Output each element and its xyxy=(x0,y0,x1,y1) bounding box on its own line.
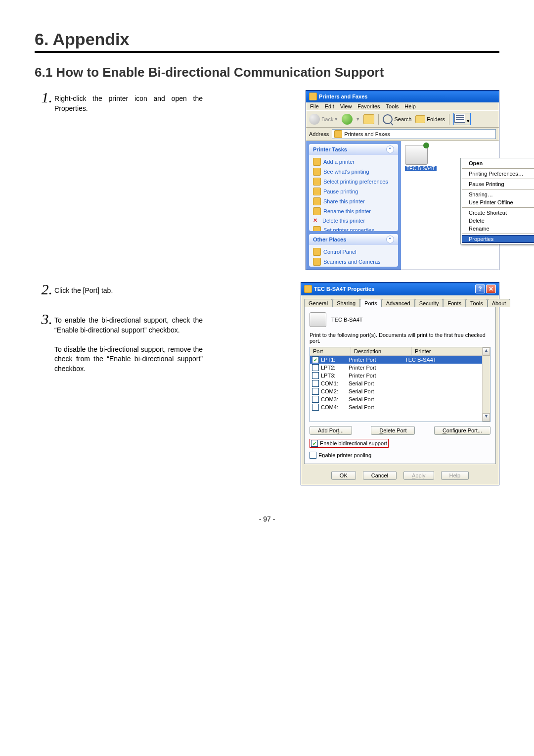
menu-file[interactable]: File xyxy=(310,103,319,109)
props-icon xyxy=(313,226,321,231)
tab-ports[interactable]: Ports xyxy=(360,299,382,307)
close-button[interactable]: ✕ xyxy=(486,284,496,293)
port-row[interactable]: ✔LPT1:Printer PortTEC B-SA4T xyxy=(310,356,490,364)
printer-item-label: TEC B-SA4T xyxy=(405,166,437,171)
scroll-up-icon[interactable]: ▲ xyxy=(483,347,490,356)
menu-edit[interactable]: Edit xyxy=(325,103,334,109)
up-icon[interactable] xyxy=(363,114,374,124)
port-checkbox[interactable] xyxy=(312,404,319,411)
port-checkbox[interactable] xyxy=(312,388,319,395)
port-row[interactable]: LPT3:Printer Port xyxy=(310,372,490,379)
configure-port-button[interactable]: Configure Port... xyxy=(434,426,490,435)
task-preferences[interactable]: Select printing preferences xyxy=(313,177,394,187)
control-panel-icon xyxy=(313,248,321,256)
ctx-shortcut[interactable]: Create Shortcut xyxy=(462,209,534,217)
ctx-pause[interactable]: Pause Printing xyxy=(462,180,534,188)
step-3-text: To enable the bi-directional support, ch… xyxy=(54,312,203,374)
port-description: Serial Port xyxy=(349,404,403,410)
context-menu: Open Printing Preferences… Pause Printin… xyxy=(460,158,534,244)
port-description: Printer Port xyxy=(349,373,403,378)
step-3-number: 3. xyxy=(35,312,54,327)
collapse-icon[interactable]: ⌃ xyxy=(386,236,394,243)
ok-button[interactable]: OK xyxy=(331,471,356,480)
scroll-down-icon[interactable]: ▼ xyxy=(483,413,490,422)
tab-body: TEC B-SA4T Print to the following port(s… xyxy=(304,307,496,464)
menu-tools[interactable]: Tools xyxy=(386,103,399,109)
scrollbar[interactable]: ▲ ▼ xyxy=(482,347,490,422)
port-row[interactable]: COM3:Serial Port xyxy=(310,395,490,403)
tab-tools[interactable]: Tools xyxy=(466,299,488,307)
printer-icon xyxy=(405,145,428,165)
port-name: COM3: xyxy=(321,396,347,402)
ctx-preferences[interactable]: Printing Preferences… xyxy=(462,170,534,178)
printer-item[interactable]: TEC B-SA4T xyxy=(405,145,437,171)
task-add-printer[interactable]: Add a printer xyxy=(313,157,394,167)
menu-view[interactable]: View xyxy=(340,103,352,109)
menu-help[interactable]: Help xyxy=(404,103,416,109)
task-rename[interactable]: Rename this printer xyxy=(313,206,394,216)
add-port-button[interactable]: Add Port... xyxy=(310,426,352,435)
ctx-offline[interactable]: Use Printer Offline xyxy=(462,198,534,206)
port-row[interactable]: COM2:Serial Port xyxy=(310,387,490,395)
task-properties[interactable]: Set printer properties xyxy=(313,225,394,231)
address-field[interactable]: Printers and Faxes xyxy=(332,129,496,139)
bidirectional-checkbox[interactable]: ✔ xyxy=(311,440,318,447)
tab-general[interactable]: General xyxy=(304,299,332,307)
port-row[interactable]: COM1:Serial Port xyxy=(310,379,490,387)
toolbar-separator xyxy=(449,114,449,125)
delete-port-button[interactable]: Delete Port xyxy=(371,426,415,435)
cancel-button[interactable]: Cancel xyxy=(363,471,397,480)
task-delete[interactable]: ✕Delete this printer xyxy=(313,216,394,225)
pooling-checkbox[interactable] xyxy=(310,452,316,459)
port-row[interactable]: LPT2:Printer Port xyxy=(310,364,490,372)
address-icon xyxy=(334,130,342,138)
collapse-icon[interactable]: ⌃ xyxy=(386,145,394,153)
tab-fonts[interactable]: Fonts xyxy=(443,299,466,307)
tab-security[interactable]: Security xyxy=(415,299,444,307)
ctx-sharing[interactable]: Sharing… xyxy=(462,190,534,198)
task-pause[interactable]: Pause printing xyxy=(313,187,394,196)
apply-button[interactable]: Apply xyxy=(403,471,434,480)
other-control-panel[interactable]: Control Panel xyxy=(313,247,394,257)
tab-advanced[interactable]: Advanced xyxy=(382,299,415,307)
printer-name: TEC B-SA4T xyxy=(331,317,363,323)
port-name: COM4: xyxy=(321,404,347,410)
folders-button[interactable]: Folders xyxy=(415,115,445,123)
port-checkbox[interactable] xyxy=(312,364,319,371)
task-see-printing[interactable]: See what's printing xyxy=(313,167,394,177)
tab-sharing[interactable]: Sharing xyxy=(332,299,360,307)
printer-icon xyxy=(310,312,326,327)
delete-icon: ✕ xyxy=(313,217,320,224)
main-area: TEC B-SA4T Open Printing Preferences… Pa… xyxy=(401,141,499,270)
page-number: - 97 - xyxy=(35,515,499,523)
help-button[interactable]: Help xyxy=(441,471,469,480)
ctx-separator xyxy=(462,179,534,179)
back-button[interactable]: Back ▾ xyxy=(309,114,338,125)
port-checkbox[interactable] xyxy=(312,396,319,403)
tab-about[interactable]: About xyxy=(488,299,511,307)
dropdown-caret: ▾ xyxy=(356,116,359,122)
menu-favorites[interactable]: Favorites xyxy=(357,103,380,109)
ctx-rename[interactable]: Rename xyxy=(462,225,534,233)
sidebar: Printer Tasks ⌃ Add a printer See what's… xyxy=(306,141,401,270)
toolbar-separator xyxy=(378,114,379,125)
address-bar: Address Printers and Faxes xyxy=(306,128,499,141)
ctx-delete[interactable]: Delete xyxy=(462,217,534,225)
port-checkbox[interactable]: ✔ xyxy=(312,356,319,363)
col-description[interactable]: Description xyxy=(351,347,412,355)
other-scanners[interactable]: Scanners and Cameras xyxy=(313,257,394,267)
port-checkbox[interactable] xyxy=(312,372,319,379)
back-label: Back xyxy=(321,116,333,122)
views-button[interactable]: ▾ xyxy=(453,113,471,125)
scanners-icon xyxy=(313,258,321,266)
ctx-open[interactable]: Open xyxy=(462,159,534,167)
col-port[interactable]: Port xyxy=(310,347,351,355)
search-button[interactable]: Search xyxy=(383,114,411,124)
col-printer[interactable]: Printer xyxy=(412,347,490,355)
forward-icon[interactable] xyxy=(342,114,353,125)
port-checkbox[interactable] xyxy=(312,380,319,387)
help-button[interactable]: ? xyxy=(475,284,485,293)
task-share[interactable]: Share this printer xyxy=(313,196,394,206)
ctx-properties[interactable]: Properties xyxy=(462,235,534,243)
port-row[interactable]: COM4:Serial Port xyxy=(310,403,490,411)
